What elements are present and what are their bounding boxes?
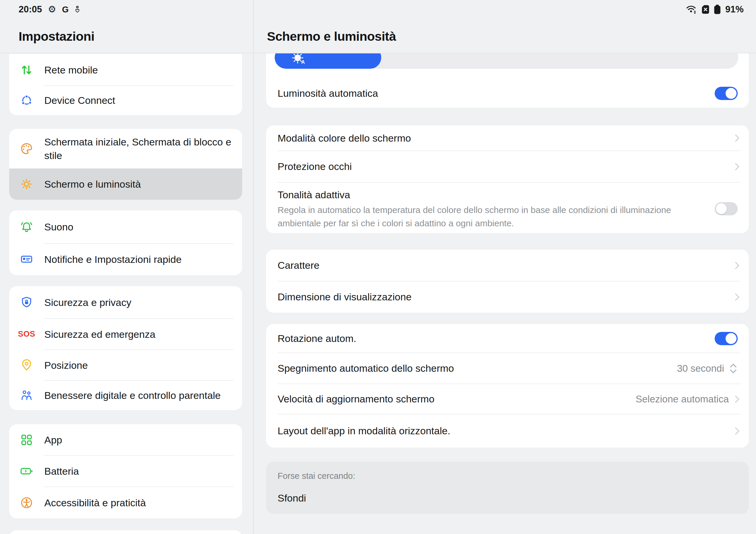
wifi-icon bbox=[686, 4, 697, 14]
sidebar-item-rete-mobile[interactable]: Rete mobile bbox=[9, 54, 242, 86]
chevron-right-icon bbox=[732, 395, 739, 403]
sun-icon bbox=[19, 177, 34, 191]
sidebar-item-posizione[interactable]: Posizione bbox=[9, 350, 242, 381]
mobile-network-icon bbox=[19, 63, 34, 77]
color-settings-card: Modalità colore dello schermo Protezione… bbox=[266, 125, 749, 233]
font-row[interactable]: Carattere bbox=[266, 250, 749, 281]
left-card-sound: Suono Notifiche e Impostazioni rapide bbox=[9, 210, 242, 275]
status-bar-right: 91% bbox=[686, 4, 743, 15]
accessibility-icon bbox=[19, 496, 34, 510]
sidebar-item-label: Notifiche e Impostazioni rapide bbox=[44, 253, 182, 266]
eye-protection-row[interactable]: Protezione occhi bbox=[266, 151, 749, 182]
location-pin-icon bbox=[19, 358, 34, 372]
sidebar-item-accessibilita[interactable]: Accessibilità e praticità bbox=[9, 487, 242, 518]
header-divider-line bbox=[0, 53, 756, 53]
sidebar-item-suono[interactable]: Suono bbox=[9, 210, 242, 243]
google-g-icon: G bbox=[62, 5, 69, 14]
left-card-next-sliver bbox=[9, 530, 242, 534]
sidebar-item-batteria[interactable]: Batteria bbox=[9, 455, 242, 487]
left-card-apps: App Batteria bbox=[9, 424, 242, 518]
rotation-card: Rotazione autom. Spegnimento automatico … bbox=[266, 324, 749, 447]
sidebar-item-label: Schermo e luminosità bbox=[44, 177, 141, 191]
sidebar-item-label: Posizione bbox=[44, 358, 88, 372]
sidebar-item-label: Sicurezza e privacy bbox=[44, 295, 131, 309]
gear-icon: ⚙ bbox=[48, 4, 56, 15]
left-card-security: Sicurezza e privacy SOS Sicurezza ed eme… bbox=[9, 286, 242, 410]
sidebar-item-benessere[interactable]: Benessere digitale e controllo parentale bbox=[9, 381, 242, 410]
app-grid-icon bbox=[19, 433, 34, 447]
suggestion-item-sfondi[interactable]: Sfondi bbox=[278, 493, 306, 504]
battery-percentage: 91% bbox=[725, 4, 743, 15]
sidebar-item-schermata-iniziale[interactable]: Schermata iniziale, Schermata di blocco … bbox=[9, 129, 242, 168]
divider bbox=[278, 182, 741, 183]
auto-rotate-toggle[interactable] bbox=[715, 332, 738, 345]
device-connect-icon bbox=[19, 93, 34, 107]
battery-icon bbox=[19, 464, 34, 478]
font-card: Carattere Dimensione di visualizzazione bbox=[266, 250, 749, 313]
adaptive-tone-title: Tonalità adattiva bbox=[278, 189, 738, 201]
bell-icon bbox=[19, 220, 34, 234]
auto-rotate-row: Rotazione autom. bbox=[266, 324, 749, 353]
digital-wellbeing-icon bbox=[75, 6, 80, 13]
auto-brightness-row: Luminosità automatica bbox=[266, 79, 749, 108]
sidebar-item-label: Device Connect bbox=[44, 93, 115, 107]
chevron-right-icon bbox=[732, 427, 739, 435]
chevron-right-icon bbox=[732, 262, 739, 269]
sidebar-item-app[interactable]: App bbox=[9, 424, 242, 455]
sidebar-item-sicurezza-privacy[interactable]: Sicurezza e privacy bbox=[9, 286, 242, 318]
sidebar-item-label: Accessibilità e praticità bbox=[44, 496, 146, 510]
palette-icon bbox=[19, 141, 34, 156]
panel-divider-line bbox=[253, 0, 254, 534]
sidebar-item-device-connect[interactable]: Device Connect bbox=[9, 86, 242, 115]
settings-app: Rete mobile Device Connect bbox=[0, 0, 756, 534]
header-bar: 20:05 ⚙ G bbox=[0, 0, 756, 53]
suggestion-label: Forse stai cercando: bbox=[278, 471, 355, 481]
sidebar-item-label: Benessere digitale e controllo parentale bbox=[44, 389, 221, 402]
adaptive-tone-toggle[interactable] bbox=[715, 202, 738, 216]
sos-icon: SOS bbox=[19, 327, 34, 341]
adaptive-tone-description: Regola in automatico la temperatura del … bbox=[278, 203, 703, 230]
sidebar-item-schermo-luminosita-selected[interactable]: Schermo e luminosità bbox=[9, 168, 242, 200]
notification-banner-icon bbox=[19, 252, 34, 267]
sidebar-item-label: Batteria bbox=[44, 464, 79, 478]
landscape-layout-row[interactable]: Layout dell'app in modalità orizzontale. bbox=[266, 414, 749, 447]
sidebar-item-label: Schermata iniziale, Schermata di blocco … bbox=[44, 135, 233, 162]
sidebar-item-label: Suono bbox=[44, 220, 73, 234]
chevron-right-icon bbox=[732, 163, 739, 170]
shield-lock-icon bbox=[19, 295, 34, 310]
no-sim-icon bbox=[702, 5, 709, 14]
display-size-row[interactable]: Dimensione di visualizzazione bbox=[266, 281, 749, 313]
sidebar-item-label: Sicurezza ed emergenza bbox=[44, 327, 155, 341]
screen-timeout-row[interactable]: Spegnimento automatico dello schermo 30 … bbox=[266, 353, 749, 384]
refresh-rate-row[interactable]: Velocità di aggiornamento schermo Selezi… bbox=[266, 384, 749, 414]
left-card-network: Rete mobile Device Connect bbox=[9, 54, 242, 115]
auto-brightness-toggle[interactable] bbox=[715, 87, 738, 100]
brightness-card: A Luminosità automatica bbox=[266, 46, 749, 108]
page-title: Schermo e luminosità bbox=[267, 29, 396, 44]
suggestion-card: Forse stai cercando: Sfondi bbox=[266, 462, 749, 514]
stepper-up-down-icon[interactable] bbox=[728, 363, 738, 374]
wellbeing-people-icon bbox=[19, 388, 34, 402]
screen-timeout-value: 30 secondi bbox=[677, 363, 724, 374]
sidebar-item-sicurezza-emergenza[interactable]: SOS Sicurezza ed emergenza bbox=[9, 318, 242, 350]
refresh-rate-value: Selezione automatica bbox=[635, 394, 729, 405]
sidebar-item-label: Rete mobile bbox=[44, 63, 98, 77]
chevron-right-icon bbox=[732, 134, 739, 141]
clock: 20:05 bbox=[19, 4, 42, 15]
sidebar-item-notifiche[interactable]: Notifiche e Impostazioni rapide bbox=[9, 243, 242, 275]
sidebar-item-label: App bbox=[44, 433, 62, 447]
battery-status-icon bbox=[714, 4, 721, 14]
status-bar-left: 20:05 ⚙ G bbox=[19, 4, 80, 15]
color-mode-row[interactable]: Modalità colore dello schermo bbox=[266, 125, 749, 151]
left-card-personalization: Schermata iniziale, Schermata di blocco … bbox=[9, 129, 242, 200]
chevron-right-icon bbox=[732, 293, 739, 301]
left-panel-title: Impostazioni bbox=[19, 29, 94, 44]
